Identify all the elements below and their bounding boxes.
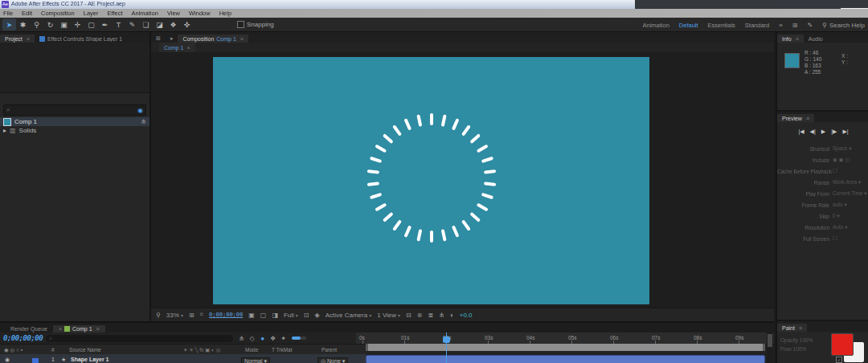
rotation-tool[interactable]: ↻ (43, 18, 57, 31)
preview-row-resolution[interactable]: ResolutionAuto ▾ (777, 222, 868, 233)
timeline-scrollbar[interactable] (767, 332, 773, 363)
next-frame-button[interactable]: |▶ (831, 128, 837, 135)
search-help[interactable]: ⚲ Search Help (822, 22, 865, 29)
play-button[interactable]: ▶ (821, 128, 825, 135)
reset-exposure-icon[interactable]: ◐ (450, 312, 454, 319)
panel-menu-icon[interactable]: ≡ (240, 36, 244, 42)
blend-mode-select[interactable]: Normal ▾ (241, 357, 270, 363)
menu-item-animation[interactable]: Animation (132, 10, 158, 17)
menu-item-file[interactable]: File (3, 10, 13, 17)
tab-project[interactable]: Project ≡ (0, 35, 35, 43)
tab-timeline-comp[interactable]: × Comp 1 ≡ (53, 325, 105, 332)
tab-effect-controls[interactable]: Effect Controls Shape Layer 1 (35, 35, 127, 43)
composition-viewer[interactable] (151, 52, 774, 308)
preview-row-full-screen[interactable]: Full Screen☐ (777, 233, 868, 244)
magnify-icon[interactable]: ⚲ (156, 312, 161, 319)
preview-row-shortcut[interactable]: ShortcutSpace ▾ (777, 143, 868, 154)
last-frame-button[interactable]: ▶| (842, 128, 848, 135)
pen-tool[interactable]: ✒ (98, 18, 112, 31)
channels-icon[interactable]: ◨ (272, 312, 278, 319)
source-name-header[interactable]: Source Name (69, 347, 101, 353)
panel-menu-icon[interactable]: ≡ (799, 325, 802, 331)
preview-row-range[interactable]: RangeWork Area ▾ (777, 177, 868, 188)
menu-item-composition[interactable]: Composition (41, 10, 75, 17)
current-time-field[interactable]: 0;00;00;00 (3, 334, 43, 342)
project-item-solids[interactable]: ▸▥Solids (0, 126, 149, 135)
project-search-input[interactable]: ⌕ ◉ (3, 104, 146, 116)
zoom-level-select[interactable]: 33%▾ (166, 312, 183, 319)
menu-item-window[interactable]: Window (189, 10, 211, 17)
menu-item-layer[interactable]: Layer (84, 10, 99, 17)
flowchart-icon[interactable]: ⋔ (141, 118, 146, 125)
workspace-essentials[interactable]: Essentials (708, 22, 735, 29)
menu-item-view[interactable]: View (167, 10, 180, 17)
workspace-animation[interactable]: Animation (642, 22, 669, 29)
composition-canvas[interactable] (213, 57, 649, 304)
graph-editor-icon[interactable]: ✦ (278, 335, 289, 342)
tab-composition[interactable]: Composition Comp 1 ≡ (178, 35, 248, 43)
frame-blend-icon[interactable]: ❖ (268, 335, 278, 342)
layer-duration-bar[interactable] (366, 355, 765, 363)
tab-info[interactable]: Info ≡ (777, 35, 804, 43)
project-item-comp-1[interactable]: Comp 1⋔ (0, 117, 149, 126)
parent-select[interactable]: ◎ None ▾ (317, 357, 348, 363)
edit-workspaces-icon[interactable]: ✎ (807, 22, 813, 29)
brush-tool[interactable]: ✎ (125, 18, 139, 31)
layer-row[interactable]: ◉ 1 ★ Shape Layer 1 Normal ▾ ◎ None ▾ (0, 354, 366, 363)
exposure-value[interactable]: +0.0 (460, 312, 473, 319)
snapping-toggle[interactable]: Snapping (237, 21, 274, 28)
menu-item-effect[interactable]: Effect (107, 10, 122, 17)
layer-name[interactable]: Shape Layer 1 (71, 357, 108, 362)
workspace-grid-icon[interactable]: ⊞ (792, 22, 798, 29)
viewer-comp-tab[interactable]: Comp 1 × (159, 43, 195, 52)
clone-stamp-tool[interactable]: ❏ (139, 18, 153, 31)
viewer-lock-icon[interactable]: ⊞ (151, 34, 166, 43)
preview-row-skip[interactable]: Skip0 ▾ (777, 210, 868, 222)
close-icon[interactable]: × (59, 326, 62, 332)
previous-frame-button[interactable]: ◀| (810, 128, 816, 135)
preview-row-play-from[interactable]: Play FromCurrent Time ▾ (777, 188, 868, 199)
timeline-zoom-slider[interactable] (292, 336, 306, 340)
viewer-twirl-icon[interactable]: ▸ (166, 34, 178, 43)
panel-menu-icon[interactable]: ≡ (796, 36, 799, 42)
current-time-display[interactable]: 0;00;00;00 (209, 312, 243, 318)
transparency-grid-icon[interactable]: ◈ (315, 312, 320, 319)
menu-item-help[interactable]: Help (219, 10, 231, 17)
motion-blur-icon[interactable]: ● (257, 335, 268, 342)
view-layout-select[interactable]: 1 View▾ (377, 312, 400, 319)
playhead[interactable] (443, 336, 450, 343)
fill-color-swatch[interactable] (831, 333, 854, 356)
pixel-aspect-icon[interactable]: ⊟ (406, 312, 411, 319)
paint-checkbox[interactable]: ✓ (836, 357, 842, 363)
preview-row-include[interactable]: Include◉ ▣ ◫ (777, 154, 868, 165)
work-area-bar[interactable] (366, 344, 765, 351)
snapshot-icon[interactable]: ▣ (248, 312, 255, 319)
draft-3d-icon[interactable]: ◇ (247, 335, 257, 342)
type-tool[interactable]: T (112, 18, 125, 31)
panel-menu-icon[interactable]: ≡ (27, 36, 30, 42)
panel-menu-icon[interactable]: ≡ (96, 326, 100, 332)
panel-menu-icon[interactable]: ≡ (806, 116, 809, 121)
tab-preview[interactable]: Preview ≡ (777, 114, 814, 122)
timeline-button-icon[interactable]: ≣ (428, 312, 434, 319)
selection-tool[interactable]: ➤ (2, 18, 16, 31)
tab-audio[interactable]: Audio (804, 35, 828, 43)
hand-tool[interactable]: ✱ (16, 18, 30, 31)
resolution-select[interactable]: Full▾ (284, 312, 298, 319)
first-frame-button[interactable]: |◀ (798, 128, 804, 135)
preview-row-frame-rate[interactable]: Frame Rateauto ▾ (777, 199, 868, 210)
ruler-icon[interactable]: ⌗ (200, 311, 204, 319)
workspace-standard[interactable]: Standard (745, 22, 769, 29)
close-icon[interactable]: × (187, 45, 190, 51)
menu-item-edit[interactable]: Edit (22, 10, 32, 17)
twirl-icon[interactable]: ▸ (3, 127, 6, 134)
time-ruler[interactable]: 0s01s02s03s04s05s06s07s08s09s (356, 332, 774, 345)
tab-paint[interactable]: Paint ≡ (777, 324, 807, 332)
pan-behind-tool[interactable]: ✛ (71, 18, 84, 31)
layer-label-color[interactable] (32, 358, 39, 363)
flowchart-icon[interactable]: ⋔ (439, 312, 444, 319)
tab-render-queue[interactable]: Render Queue (5, 325, 53, 332)
timeline-search-input[interactable]: ⌕ (46, 335, 233, 342)
comp-mini-flowchart-icon[interactable]: ⋔ (236, 335, 247, 342)
camera-view-select[interactable]: Active Camera▾ (326, 312, 371, 319)
